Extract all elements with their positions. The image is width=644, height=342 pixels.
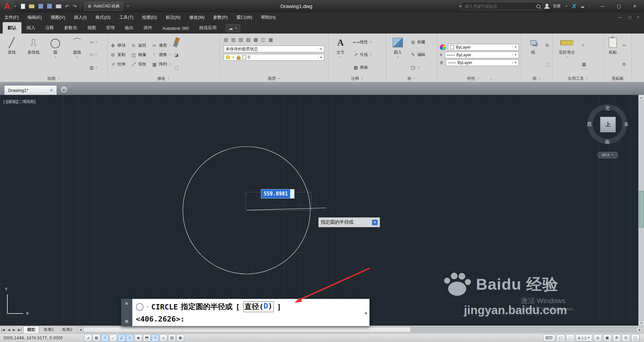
tool-cut[interactable]: ✂ xyxy=(623,42,626,48)
search-input[interactable] xyxy=(464,4,534,9)
layer-state-dropdown[interactable]: 未保存的图层状态 ▼ xyxy=(224,46,324,52)
minimize-button[interactable]: — xyxy=(600,4,605,9)
lineweight-icon[interactable]: ≡ xyxy=(440,52,442,57)
tool-measure[interactable]: 定距等分 ▼ xyxy=(555,35,579,74)
doc-minimize-button[interactable]: — xyxy=(619,15,622,19)
tool-circle[interactable]: ◯ 圆 ▼ xyxy=(46,35,65,74)
tool-quick-select[interactable]: ⌗ xyxy=(582,42,586,48)
tool-hatch[interactable]: ▨ ▼ xyxy=(90,64,98,70)
coordinate-readout[interactable]: 3000.1448, 1474.5177, 0.0000 xyxy=(0,336,84,340)
color-wheel-icon[interactable] xyxy=(440,44,446,50)
tab-autodesk360[interactable]: Autodesk 360 xyxy=(157,23,194,34)
toggle-dynamic-input[interactable]: ⌖ xyxy=(151,334,159,342)
save-button[interactable] xyxy=(38,3,43,10)
menu-edit[interactable]: 编辑(E) xyxy=(23,12,46,22)
quick-view-drawings-button[interactable]: ⬚ xyxy=(566,334,574,342)
sign-in-button[interactable]: 登录 xyxy=(553,3,561,9)
clean-screen-button[interactable]: ▢ xyxy=(631,334,639,342)
tool-rectangle[interactable]: ▭ ▼ xyxy=(90,39,98,45)
tab-featured-apps[interactable]: 精选应用 xyxy=(194,22,222,34)
tool-rotate[interactable]: ↻旋转 xyxy=(131,41,146,50)
tab-plugins[interactable]: 插件 xyxy=(139,22,157,34)
tool-polyline[interactable]: ⎍ 多段线 xyxy=(24,35,43,74)
horizontal-scrollbar[interactable]: ◀ ▶ xyxy=(77,327,643,332)
vertical-scroll-thumb[interactable] xyxy=(639,191,644,228)
maximize-button[interactable]: ▢ xyxy=(617,4,621,9)
layer-match-icon[interactable]: ◫ xyxy=(261,37,265,42)
tab-first-icon[interactable]: |◀ xyxy=(0,328,6,332)
menu-draw[interactable]: 绘图(D) xyxy=(138,12,161,22)
tab-layout2[interactable]: 布局2 xyxy=(58,326,76,333)
close-button[interactable]: ✕ xyxy=(633,4,637,9)
ribbon-cloud-button[interactable]: ☁ ▼ xyxy=(226,24,240,32)
panel-properties-footer[interactable]: 特性 ▼ ⌟ xyxy=(437,75,521,82)
annotation-scale-button[interactable]: A 1:1 ▼ xyxy=(576,334,593,342)
layer-isolate-icon[interactable]: ▧ xyxy=(238,37,243,42)
panel-block-footer[interactable]: 块 ▼ xyxy=(386,75,437,82)
help-search[interactable] xyxy=(462,2,543,10)
layer-dropdown[interactable]: ☀ 0 ▼ xyxy=(224,54,324,61)
toggle-quick-properties[interactable]: ▣ xyxy=(176,334,184,342)
tab-insert[interactable]: 插入 xyxy=(21,22,40,34)
tab-next-icon[interactable]: ▶ xyxy=(11,328,17,332)
autoscale-button[interactable]: ▣ xyxy=(603,334,611,342)
scroll-right-icon[interactable]: ▶ xyxy=(637,327,643,332)
tool-group[interactable]: 组 xyxy=(524,35,543,74)
tool-copy-clip[interactable]: ⧉ xyxy=(623,61,626,67)
undo-button[interactable]: ↶ xyxy=(65,3,69,10)
menu-format[interactable]: 格式(O) xyxy=(91,12,115,22)
sign-in-caret-icon[interactable]: ▼ xyxy=(565,5,568,8)
tool-linear-dimension[interactable]: ⟷线性▼ xyxy=(353,39,372,45)
tool-table[interactable]: ▦表格 xyxy=(353,64,372,70)
compass-north-label[interactable]: 北 xyxy=(605,105,610,111)
document-tab-active[interactable]: Drawing1* ✕ xyxy=(4,85,57,95)
tab-annotate[interactable]: 注释 xyxy=(40,22,59,34)
tool-group-edit[interactable]: ⬚ xyxy=(546,61,550,67)
search-icon[interactable] xyxy=(536,4,540,8)
tab-layout1[interactable]: 布局1 xyxy=(40,326,58,333)
panel-modify-footer[interactable]: 修改 ▼ xyxy=(108,75,219,82)
tool-block-attributes[interactable]: ◳▼ xyxy=(410,64,425,70)
workspace-switcher[interactable]: ⚙ AutoCAD 经典 xyxy=(84,2,123,11)
tool-erase[interactable]: ◪ xyxy=(174,52,178,58)
menu-file[interactable]: 文件(F) xyxy=(0,12,23,22)
linetype-dropdown[interactable]: —— ByLayer ▼ xyxy=(446,59,519,66)
drawing-canvas[interactable]: [-][俯视][二维线框] 559.8981 指定圆的半径或 ▼ 北 西 东 南… xyxy=(0,95,644,326)
menu-window[interactable]: 窗口(W) xyxy=(232,12,257,22)
save-as-button[interactable] xyxy=(47,3,52,10)
toggle-3d-object-snap[interactable]: ◆ xyxy=(135,334,142,342)
scroll-down-icon[interactable]: ▼ xyxy=(639,320,644,326)
tool-scale[interactable]: ⤢缩放 xyxy=(131,60,146,68)
vertical-scrollbar[interactable]: ▲ ▼ xyxy=(638,95,644,326)
tool-copy[interactable]: ⧉复制 xyxy=(110,51,125,59)
command-window-grip[interactable]: ✕ ⚙ xyxy=(121,299,132,326)
toggle-ortho-mode[interactable]: ⌐ xyxy=(109,334,117,342)
layer-freeze-icon[interactable]: ▨ xyxy=(246,37,251,42)
tool-array[interactable]: ▦阵列▼ xyxy=(152,60,171,68)
tab-last-icon[interactable]: ▶| xyxy=(17,328,23,332)
lineweight-dropdown[interactable]: —— ByLayer ▼ xyxy=(445,52,519,58)
compass-south-label[interactable]: 南 xyxy=(605,139,610,145)
exchange-apps-icon[interactable]: X xyxy=(572,3,576,10)
tool-calculator[interactable]: ▦ xyxy=(582,61,586,67)
panel-utilities-footer[interactable]: 实用工具 ▼ xyxy=(552,75,603,82)
tab-model[interactable]: 模型 xyxy=(23,326,39,333)
new-file-button[interactable] xyxy=(21,3,25,10)
new-drawing-tab-button[interactable]: + xyxy=(60,86,68,94)
toggle-transparency[interactable]: ▨ xyxy=(168,334,176,342)
tab-view[interactable]: 视图 xyxy=(82,22,101,34)
wcs-menu[interactable]: WCS ▼ xyxy=(598,152,618,158)
command-window[interactable]: ✕ ⚙ ▼ CIRCLE 指定圆的半径或 [ 直径(D) ] <406.2626… xyxy=(121,299,370,326)
plot-button[interactable] xyxy=(56,3,61,10)
tool-insert-block[interactable]: 插入 ▼ xyxy=(388,35,407,74)
object-color-dropdown[interactable]: ByLayer ▼ xyxy=(448,44,519,51)
tab-manage[interactable]: 管理 xyxy=(101,22,120,34)
caret-down-icon[interactable]: ▼ xyxy=(147,305,148,308)
tool-explode[interactable]: ⬚ xyxy=(174,64,178,70)
toggle-infer-constraints[interactable]: ⊿ xyxy=(84,334,92,342)
panel-draw-footer[interactable]: 绘图 ▼ xyxy=(0,75,107,82)
tool-mirror[interactable]: ◫镜像 xyxy=(131,51,146,59)
toggle-object-snap[interactable]: ◇ xyxy=(126,334,134,342)
quick-view-layouts-button[interactable]: ▢ xyxy=(556,334,565,342)
overflow-caret-icon[interactable]: » xyxy=(589,5,590,8)
